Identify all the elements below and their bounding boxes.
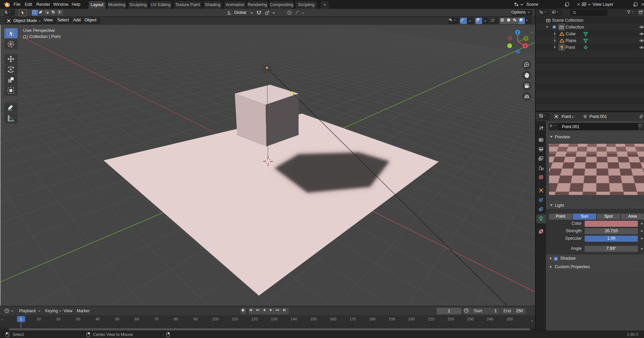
svg-text:X: X [524,44,527,48]
svg-text:Z: Z [517,31,519,34]
svg-text:Y: Y [525,37,527,40]
